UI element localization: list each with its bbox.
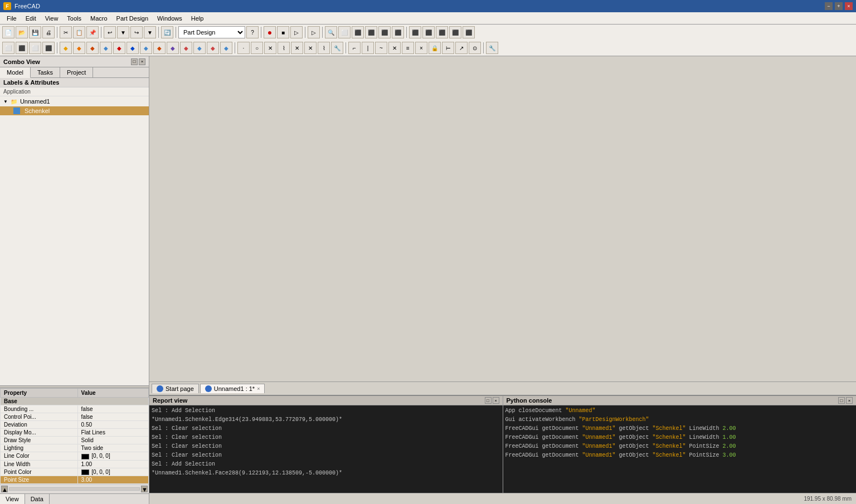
prop-line-width[interactable]: Line Width 1.00 [1, 460, 149, 468]
pd-btn4[interactable]: ⬛ [42, 42, 55, 54]
prop-deviation[interactable]: Deviation 0.50 [1, 421, 149, 429]
snap-btn1[interactable]: ⌐ [348, 42, 361, 54]
scroll-up-btn[interactable]: ▲ [1, 486, 8, 492]
tab-unnamed1[interactable]: Unnamed1 : 1* × [200, 384, 265, 393]
solid-btn11[interactable]: ◆ [193, 42, 206, 54]
menu-part-design[interactable]: Part Design [112, 14, 153, 23]
tab-project[interactable]: Project [60, 67, 93, 77]
sk-btn2[interactable]: ○ [251, 42, 263, 54]
menu-edit[interactable]: Edit [21, 14, 41, 23]
tab-close-button[interactable]: × [257, 386, 260, 392]
prop-control-poi[interactable]: Control Poi... false [1, 413, 149, 421]
snap-btn10[interactable]: ⊙ [469, 42, 481, 54]
snap-btn2[interactable]: | [362, 42, 374, 54]
prop-line-color[interactable]: Line Color [0, 0, 0] [1, 452, 149, 460]
solid-btn13[interactable]: ◆ [220, 42, 232, 54]
solid-btn1[interactable]: ◆ [60, 42, 72, 54]
sk-btn5[interactable]: ✕ [291, 42, 303, 54]
combo-float-button[interactable]: □ [131, 58, 138, 65]
snap-btn9[interactable]: ↗ [455, 42, 468, 54]
solid-btn5[interactable]: ◆ [113, 42, 125, 54]
solid-btn6[interactable]: ◆ [127, 42, 139, 54]
view-all1[interactable]: ⬛ [409, 26, 421, 38]
prop-lighting[interactable]: Lighting Two side [1, 444, 149, 452]
stop-button[interactable]: ■ [277, 26, 289, 38]
bottom-tab-view[interactable]: View [0, 494, 25, 504]
view-right[interactable]: ⬛ [378, 26, 391, 38]
view-iso[interactable]: ⬛ [392, 26, 404, 38]
python-close-button[interactable]: × [846, 397, 853, 404]
tab-start-page[interactable]: Start page [152, 384, 199, 393]
prop-point-size[interactable]: Point Size 3.00 [1, 476, 149, 484]
sk-btn3[interactable]: ✕ [264, 42, 276, 54]
solid-btn7[interactable]: ◆ [140, 42, 152, 54]
solid-btn8[interactable]: ◆ [153, 42, 166, 54]
solid-btn4[interactable]: ◆ [100, 42, 112, 54]
copy-button[interactable]: 📋 [73, 26, 85, 38]
sk-btn1[interactable]: · [237, 42, 250, 54]
view-top[interactable]: ⬛ [365, 26, 377, 38]
view-button[interactable]: ▷ [308, 26, 320, 38]
prop-bounding[interactable]: Bounding ... false [1, 405, 149, 413]
workbench-help[interactable]: ? [246, 26, 259, 38]
report-close-button[interactable]: × [493, 397, 499, 404]
menu-macro[interactable]: Macro [86, 14, 112, 23]
play-button[interactable]: ▷ [290, 26, 303, 38]
menu-windows[interactable]: Windows [153, 14, 187, 23]
tree-root-item[interactable]: ▼ 📁 Unnamed1 [0, 96, 149, 106]
tab-model[interactable]: Model [0, 67, 31, 78]
redo-button[interactable]: ↪ [130, 26, 143, 38]
combo-close-button[interactable]: × [139, 58, 145, 65]
report-float-button[interactable]: □ [485, 397, 492, 404]
refresh-button[interactable]: 🔄 [161, 26, 173, 38]
sk-btn8[interactable]: 🔧 [331, 42, 343, 54]
solid-btn3[interactable]: ◆ [86, 42, 99, 54]
solid-btn10[interactable]: ◆ [180, 42, 192, 54]
minimize-button[interactable]: − [825, 2, 833, 10]
snap-btn5[interactable]: ≡ [402, 42, 414, 54]
prop-point-color[interactable]: Point Color [0, 0, 0] [1, 468, 149, 476]
solid-btn9[interactable]: ◆ [167, 42, 179, 54]
prop-display-mode[interactable]: Display Mo... Flat Lines [1, 429, 149, 437]
pd-btn3[interactable]: ⬜ [29, 42, 41, 54]
tab-tasks[interactable]: Tasks [31, 67, 60, 77]
view-all4[interactable]: ⬛ [449, 26, 461, 38]
cut-button[interactable]: ✂ [60, 26, 72, 38]
solid-btn2[interactable]: ◆ [73, 42, 85, 54]
view-all3[interactable]: ⬛ [436, 26, 448, 38]
sk-btn7[interactable]: ⌇ [318, 42, 330, 54]
menu-file[interactable]: File [2, 14, 21, 23]
paste-button[interactable]: 📌 [86, 26, 99, 38]
sk-btn6[interactable]: ✕ [304, 42, 317, 54]
extra-btn[interactable]: 🔧 [486, 42, 498, 54]
undo-button[interactable]: ↩ [104, 26, 116, 38]
workbench-selector[interactable]: Part Design [178, 26, 245, 38]
snap-btn8[interactable]: ⊢ [442, 42, 454, 54]
view-home[interactable]: ⬜ [338, 26, 351, 38]
view-all5[interactable]: ⬛ [463, 26, 475, 38]
undo-dropdown[interactable]: ▼ [117, 26, 129, 38]
solid-btn12[interactable]: ◆ [207, 42, 219, 54]
scroll-track[interactable] [9, 487, 140, 491]
close-button[interactable]: × [845, 2, 853, 10]
pd-btn2[interactable]: ⬛ [16, 42, 28, 54]
new-button[interactable]: 📄 [2, 26, 14, 38]
tree-child-item[interactable]: Schenkel [0, 106, 149, 115]
python-float-button[interactable]: □ [838, 397, 845, 404]
record-button[interactable]: ● [264, 26, 276, 38]
bottom-tab-data[interactable]: Data [25, 494, 50, 504]
view-front[interactable]: ⬛ [352, 26, 364, 38]
python-console-content[interactable]: App closeDocument "Unnamed" Gui activate… [503, 405, 857, 493]
print-button[interactable]: 🖨 [42, 26, 55, 38]
sk-btn4[interactable]: ⌇ [278, 42, 290, 54]
snap-btn3[interactable]: ~ [375, 42, 387, 54]
pd-btn1[interactable]: ⬜ [2, 42, 14, 54]
maximize-button[interactable]: + [835, 2, 843, 10]
zoom-fit[interactable]: 🔍 [325, 26, 337, 38]
snap-btn7[interactable]: 🔒 [429, 42, 441, 54]
menu-tools[interactable]: Tools [62, 14, 86, 23]
menu-help[interactable]: Help [187, 14, 208, 23]
menu-view[interactable]: View [41, 14, 63, 23]
snap-btn4[interactable]: ✕ [388, 42, 401, 54]
open-button[interactable]: 📂 [16, 26, 28, 38]
